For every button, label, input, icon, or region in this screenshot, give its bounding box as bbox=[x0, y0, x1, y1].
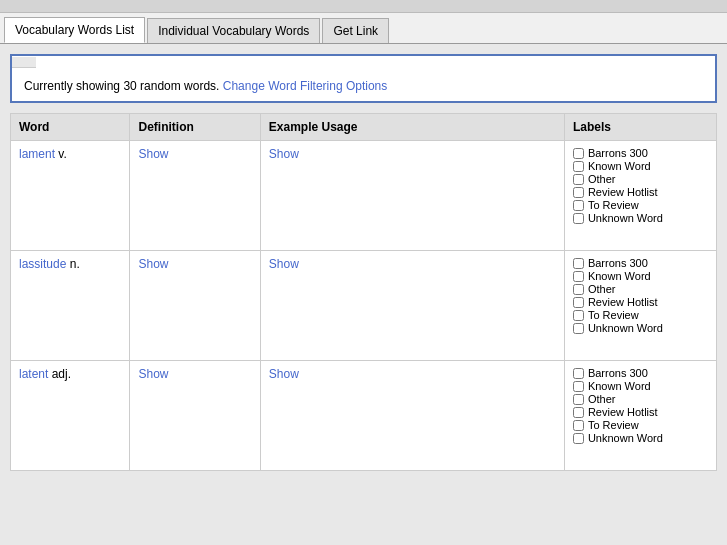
col-header-definition: Definition bbox=[130, 114, 260, 141]
definition-show-link-0[interactable]: Show bbox=[138, 147, 168, 161]
top-bar bbox=[0, 0, 727, 13]
table-row: lament v.ShowShowBarrons 300Known WordOt… bbox=[11, 141, 717, 251]
table-row: latent adj.ShowShowBarrons 300Known Word… bbox=[11, 361, 717, 471]
label-item-0-1: Known Word bbox=[573, 160, 708, 172]
label-text-1-3: Review Hotlist bbox=[588, 296, 658, 308]
label-checkbox-1-4[interactable] bbox=[573, 310, 584, 321]
label-item-1-5: Unknown Word bbox=[573, 322, 708, 334]
label-checkbox-0-0[interactable] bbox=[573, 148, 584, 159]
main-content: Currently showing 30 random words. Chang… bbox=[0, 44, 727, 481]
label-text-2-5: Unknown Word bbox=[588, 432, 663, 444]
labels-cell-1: Barrons 300Known WordOtherReview Hotlist… bbox=[564, 251, 716, 361]
label-item-1-0: Barrons 300 bbox=[573, 257, 708, 269]
example-show-link-2[interactable]: Show bbox=[269, 367, 299, 381]
label-text-1-1: Known Word bbox=[588, 270, 651, 282]
label-checkbox-2-1[interactable] bbox=[573, 381, 584, 392]
label-checkbox-2-4[interactable] bbox=[573, 420, 584, 431]
label-checkbox-1-5[interactable] bbox=[573, 323, 584, 334]
label-text-2-1: Known Word bbox=[588, 380, 651, 392]
table-row: lassitude n.ShowShowBarrons 300Known Wor… bbox=[11, 251, 717, 361]
filter-body: Currently showing 30 random words. Chang… bbox=[12, 71, 715, 101]
part-of-speech-1: n. bbox=[66, 257, 79, 271]
label-text-1-2: Other bbox=[588, 283, 616, 295]
label-text-0-0: Barrons 300 bbox=[588, 147, 648, 159]
part-of-speech-0: v. bbox=[55, 147, 67, 161]
label-checkbox-2-2[interactable] bbox=[573, 394, 584, 405]
label-item-2-0: Barrons 300 bbox=[573, 367, 708, 379]
example-cell-1: Show bbox=[260, 251, 564, 361]
label-checkbox-2-0[interactable] bbox=[573, 368, 584, 379]
label-item-2-2: Other bbox=[573, 393, 708, 405]
definition-cell-2: Show bbox=[130, 361, 260, 471]
nav-tab-vocab-list[interactable]: Vocabulary Words List bbox=[4, 17, 145, 43]
part-of-speech-2: adj. bbox=[48, 367, 71, 381]
label-item-0-0: Barrons 300 bbox=[573, 147, 708, 159]
label-item-0-4: To Review bbox=[573, 199, 708, 211]
label-text-0-1: Known Word bbox=[588, 160, 651, 172]
label-item-2-1: Known Word bbox=[573, 380, 708, 392]
label-checkbox-0-2[interactable] bbox=[573, 174, 584, 185]
label-item-1-4: To Review bbox=[573, 309, 708, 321]
nav-tab-individual-words[interactable]: Individual Vocabulary Words bbox=[147, 18, 320, 43]
label-checkbox-2-5[interactable] bbox=[573, 433, 584, 444]
label-checkbox-1-2[interactable] bbox=[573, 284, 584, 295]
label-checkbox-0-5[interactable] bbox=[573, 213, 584, 224]
word-link-0[interactable]: lament bbox=[19, 147, 55, 161]
definition-cell-0: Show bbox=[130, 141, 260, 251]
label-text-2-0: Barrons 300 bbox=[588, 367, 648, 379]
label-text-1-0: Barrons 300 bbox=[588, 257, 648, 269]
example-cell-2: Show bbox=[260, 361, 564, 471]
col-header-labels: Labels bbox=[564, 114, 716, 141]
label-text-2-3: Review Hotlist bbox=[588, 406, 658, 418]
label-checkbox-0-3[interactable] bbox=[573, 187, 584, 198]
word-cell-2: latent adj. bbox=[11, 361, 130, 471]
label-checkbox-0-1[interactable] bbox=[573, 161, 584, 172]
word-cell-1: lassitude n. bbox=[11, 251, 130, 361]
label-item-2-5: Unknown Word bbox=[573, 432, 708, 444]
labels-cell-2: Barrons 300Known WordOtherReview Hotlist… bbox=[564, 361, 716, 471]
label-text-0-5: Unknown Word bbox=[588, 212, 663, 224]
filter-description: Currently showing 30 random words. bbox=[24, 79, 223, 93]
label-checkbox-0-4[interactable] bbox=[573, 200, 584, 211]
label-checkbox-1-3[interactable] bbox=[573, 297, 584, 308]
nav-tab-get-link[interactable]: Get Link bbox=[322, 18, 389, 43]
col-header-word: Word bbox=[11, 114, 130, 141]
label-item-1-1: Known Word bbox=[573, 270, 708, 282]
table-header-row: WordDefinitionExample UsageLabels bbox=[11, 114, 717, 141]
label-item-1-2: Other bbox=[573, 283, 708, 295]
labels-cell-0: Barrons 300Known WordOtherReview Hotlist… bbox=[564, 141, 716, 251]
label-text-2-4: To Review bbox=[588, 419, 639, 431]
col-header-example-usage: Example Usage bbox=[260, 114, 564, 141]
label-text-1-5: Unknown Word bbox=[588, 322, 663, 334]
filter-box: Currently showing 30 random words. Chang… bbox=[10, 54, 717, 103]
example-show-link-1[interactable]: Show bbox=[269, 257, 299, 271]
label-checkbox-1-0[interactable] bbox=[573, 258, 584, 269]
nav-tabs: Vocabulary Words ListIndividual Vocabula… bbox=[0, 13, 727, 44]
definition-show-link-2[interactable]: Show bbox=[138, 367, 168, 381]
label-item-2-3: Review Hotlist bbox=[573, 406, 708, 418]
label-item-0-2: Other bbox=[573, 173, 708, 185]
table-body: lament v.ShowShowBarrons 300Known WordOt… bbox=[11, 141, 717, 471]
label-text-0-2: Other bbox=[588, 173, 616, 185]
definition-show-link-1[interactable]: Show bbox=[138, 257, 168, 271]
label-text-1-4: To Review bbox=[588, 309, 639, 321]
label-checkbox-2-3[interactable] bbox=[573, 407, 584, 418]
label-item-1-3: Review Hotlist bbox=[573, 296, 708, 308]
example-cell-0: Show bbox=[260, 141, 564, 251]
word-cell-0: lament v. bbox=[11, 141, 130, 251]
word-table: WordDefinitionExample UsageLabels lament… bbox=[10, 113, 717, 471]
word-link-2[interactable]: latent bbox=[19, 367, 48, 381]
label-item-0-3: Review Hotlist bbox=[573, 186, 708, 198]
change-filter-link[interactable]: Change Word Filtering Options bbox=[223, 79, 388, 93]
label-text-2-2: Other bbox=[588, 393, 616, 405]
label-text-0-4: To Review bbox=[588, 199, 639, 211]
label-item-0-5: Unknown Word bbox=[573, 212, 708, 224]
word-link-1[interactable]: lassitude bbox=[19, 257, 66, 271]
definition-cell-1: Show bbox=[130, 251, 260, 361]
label-item-2-4: To Review bbox=[573, 419, 708, 431]
example-show-link-0[interactable]: Show bbox=[269, 147, 299, 161]
label-text-0-3: Review Hotlist bbox=[588, 186, 658, 198]
filter-tab-label bbox=[12, 57, 36, 68]
label-checkbox-1-1[interactable] bbox=[573, 271, 584, 282]
